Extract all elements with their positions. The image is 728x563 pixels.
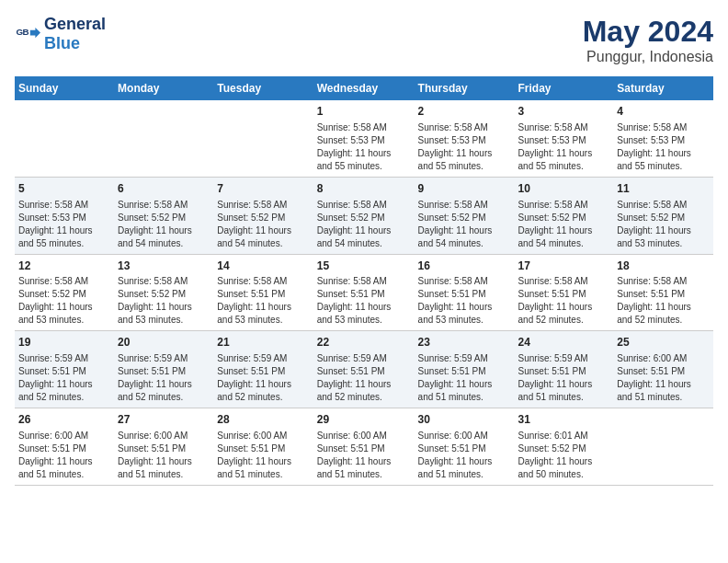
svg-marker-2 [30, 28, 40, 38]
day-number: 15 [317, 259, 411, 274]
calendar-cell: 14Sunrise: 5:58 AM Sunset: 5:51 PM Dayli… [213, 254, 313, 331]
calendar-cell: 28Sunrise: 6:00 AM Sunset: 5:51 PM Dayli… [213, 408, 313, 486]
day-info: Sunrise: 6:01 AM Sunset: 5:52 PM Dayligh… [518, 430, 610, 481]
day-info: Sunrise: 6:00 AM Sunset: 5:51 PM Dayligh… [418, 430, 511, 481]
header-wednesday: Wednesday [313, 76, 415, 100]
day-info: Sunrise: 6:00 AM Sunset: 5:51 PM Dayligh… [18, 430, 110, 481]
calendar-cell: 21Sunrise: 5:59 AM Sunset: 5:51 PM Dayli… [213, 331, 313, 408]
calendar-cell: 23Sunrise: 5:59 AM Sunset: 5:51 PM Dayli… [415, 331, 515, 408]
day-info: Sunrise: 5:58 AM Sunset: 5:53 PM Dayligh… [418, 121, 511, 173]
calendar-cell: 13Sunrise: 5:58 AM Sunset: 5:52 PM Dayli… [114, 254, 213, 331]
day-info: Sunrise: 5:58 AM Sunset: 5:53 PM Dayligh… [617, 121, 710, 173]
day-info: Sunrise: 5:59 AM Sunset: 5:51 PM Dayligh… [217, 352, 309, 404]
calendar-cell [114, 100, 213, 177]
day-info: Sunrise: 5:58 AM Sunset: 5:52 PM Dayligh… [518, 199, 610, 250]
calendar-cell: 30Sunrise: 6:00 AM Sunset: 5:51 PM Dayli… [415, 408, 515, 486]
logo: G B General Blue [15, 15, 106, 53]
day-number: 6 [118, 181, 210, 197]
calendar-cell [613, 408, 713, 486]
day-info: Sunrise: 5:58 AM Sunset: 5:52 PM Dayligh… [118, 199, 210, 250]
location-subtitle: Punggur, Indonesia [583, 49, 713, 65]
calendar-cell: 10Sunrise: 5:58 AM Sunset: 5:52 PM Dayli… [515, 177, 614, 254]
day-number: 5 [18, 181, 110, 197]
calendar-cell: 9Sunrise: 5:58 AM Sunset: 5:52 PM Daylig… [415, 177, 515, 254]
calendar-cell: 7Sunrise: 5:58 AM Sunset: 5:52 PM Daylig… [213, 177, 313, 254]
day-number: 18 [617, 259, 710, 274]
calendar-cell: 29Sunrise: 6:00 AM Sunset: 5:51 PM Dayli… [313, 408, 415, 486]
calendar-cell: 25Sunrise: 6:00 AM Sunset: 5:51 PM Dayli… [613, 331, 713, 408]
day-number: 20 [118, 335, 210, 350]
calendar-cell: 17Sunrise: 5:58 AM Sunset: 5:51 PM Dayli… [515, 254, 614, 331]
day-number: 31 [518, 412, 610, 428]
day-number: 26 [18, 412, 110, 428]
day-number: 19 [18, 335, 110, 350]
week-row-1: 1Sunrise: 5:58 AM Sunset: 5:53 PM Daylig… [15, 100, 713, 177]
calendar-cell: 6Sunrise: 5:58 AM Sunset: 5:52 PM Daylig… [114, 177, 213, 254]
calendar-cell: 2Sunrise: 5:58 AM Sunset: 5:53 PM Daylig… [415, 100, 515, 177]
day-info: Sunrise: 5:59 AM Sunset: 5:51 PM Dayligh… [317, 352, 411, 404]
header-monday: Monday [114, 76, 213, 100]
day-info: Sunrise: 5:58 AM Sunset: 5:51 PM Dayligh… [217, 275, 309, 327]
day-number: 16 [418, 259, 511, 274]
day-number: 22 [317, 335, 411, 350]
day-info: Sunrise: 5:59 AM Sunset: 5:51 PM Dayligh… [418, 352, 511, 404]
week-row-4: 19Sunrise: 5:59 AM Sunset: 5:51 PM Dayli… [15, 331, 713, 408]
calendar-cell: 15Sunrise: 5:58 AM Sunset: 5:51 PM Dayli… [313, 254, 415, 331]
day-number: 24 [518, 335, 610, 350]
svg-text:B: B [22, 27, 28, 37]
day-info: Sunrise: 5:58 AM Sunset: 5:52 PM Dayligh… [217, 199, 309, 250]
day-info: Sunrise: 5:58 AM Sunset: 5:52 PM Dayligh… [617, 199, 710, 250]
day-info: Sunrise: 6:00 AM Sunset: 5:51 PM Dayligh… [617, 352, 710, 404]
day-number: 30 [418, 412, 511, 428]
header-tuesday: Tuesday [213, 76, 313, 100]
day-number: 17 [518, 259, 610, 274]
day-info: Sunrise: 5:58 AM Sunset: 5:53 PM Dayligh… [18, 199, 110, 250]
day-info: Sunrise: 5:59 AM Sunset: 5:51 PM Dayligh… [518, 352, 610, 404]
header-friday: Friday [515, 76, 614, 100]
calendar-cell: 20Sunrise: 5:59 AM Sunset: 5:51 PM Dayli… [114, 331, 213, 408]
weekday-header-row: Sunday Monday Tuesday Wednesday Thursday… [15, 76, 713, 100]
day-number: 11 [617, 181, 710, 197]
day-number: 8 [317, 181, 411, 197]
day-info: Sunrise: 6:00 AM Sunset: 5:51 PM Dayligh… [118, 430, 210, 481]
calendar-cell: 11Sunrise: 5:58 AM Sunset: 5:52 PM Dayli… [613, 177, 713, 254]
calendar-table: Sunday Monday Tuesday Wednesday Thursday… [15, 76, 713, 486]
day-info: Sunrise: 5:58 AM Sunset: 5:52 PM Dayligh… [18, 275, 110, 327]
calendar-cell [213, 100, 313, 177]
page-header: G B General Blue May 2024 Punggur, Indon… [15, 15, 713, 65]
logo-general-text: General [44, 15, 106, 33]
day-info: Sunrise: 5:58 AM Sunset: 5:53 PM Dayligh… [518, 121, 610, 173]
header-sunday: Sunday [15, 76, 114, 100]
day-number: 9 [418, 181, 511, 197]
header-saturday: Saturday [613, 76, 713, 100]
calendar-cell: 4Sunrise: 5:58 AM Sunset: 5:53 PM Daylig… [613, 100, 713, 177]
calendar-cell: 5Sunrise: 5:58 AM Sunset: 5:53 PM Daylig… [15, 177, 114, 254]
logo-blue-text: Blue [44, 34, 80, 52]
day-info: Sunrise: 5:58 AM Sunset: 5:52 PM Dayligh… [118, 275, 210, 327]
day-info: Sunrise: 5:58 AM Sunset: 5:51 PM Dayligh… [617, 275, 710, 327]
calendar-cell: 31Sunrise: 6:01 AM Sunset: 5:52 PM Dayli… [515, 408, 614, 486]
calendar-cell [15, 100, 114, 177]
calendar-cell: 19Sunrise: 5:59 AM Sunset: 5:51 PM Dayli… [15, 331, 114, 408]
calendar-cell: 3Sunrise: 5:58 AM Sunset: 5:53 PM Daylig… [515, 100, 614, 177]
day-info: Sunrise: 5:58 AM Sunset: 5:51 PM Dayligh… [418, 275, 511, 327]
calendar-cell: 22Sunrise: 5:59 AM Sunset: 5:51 PM Dayli… [313, 331, 415, 408]
day-number: 29 [317, 412, 411, 428]
day-info: Sunrise: 5:59 AM Sunset: 5:51 PM Dayligh… [18, 352, 110, 404]
week-row-2: 5Sunrise: 5:58 AM Sunset: 5:53 PM Daylig… [15, 177, 713, 254]
day-info: Sunrise: 5:58 AM Sunset: 5:52 PM Dayligh… [317, 199, 411, 250]
month-year-title: May 2024 [583, 15, 713, 49]
calendar-cell: 26Sunrise: 6:00 AM Sunset: 5:51 PM Dayli… [15, 408, 114, 486]
calendar-cell: 18Sunrise: 5:58 AM Sunset: 5:51 PM Dayli… [613, 254, 713, 331]
day-info: Sunrise: 5:58 AM Sunset: 5:53 PM Dayligh… [317, 121, 411, 173]
week-row-3: 12Sunrise: 5:58 AM Sunset: 5:52 PM Dayli… [15, 254, 713, 331]
calendar-cell: 16Sunrise: 5:58 AM Sunset: 5:51 PM Dayli… [415, 254, 515, 331]
calendar-cell: 27Sunrise: 6:00 AM Sunset: 5:51 PM Dayli… [114, 408, 213, 486]
day-number: 13 [118, 259, 210, 274]
day-number: 12 [18, 259, 110, 274]
day-number: 27 [118, 412, 210, 428]
calendar-cell: 12Sunrise: 5:58 AM Sunset: 5:52 PM Dayli… [15, 254, 114, 331]
day-number: 25 [617, 335, 710, 350]
day-info: Sunrise: 5:58 AM Sunset: 5:52 PM Dayligh… [418, 199, 511, 250]
day-number: 7 [217, 181, 309, 197]
